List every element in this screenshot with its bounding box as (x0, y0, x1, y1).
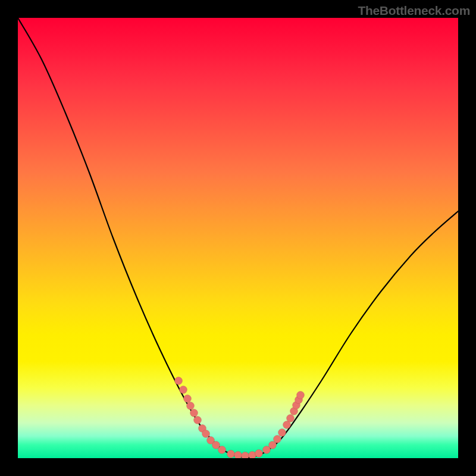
data-point (227, 450, 235, 458)
bottleneck-curve (18, 18, 458, 458)
data-point (187, 402, 195, 410)
data-point (184, 395, 192, 403)
scatter-left-cluster (175, 377, 226, 454)
plot-area (18, 18, 458, 458)
data-point (242, 452, 249, 459)
scatter-right-cluster (263, 392, 305, 454)
data-point (202, 430, 210, 438)
curve-svg (18, 18, 458, 458)
data-point (278, 429, 286, 437)
data-point (218, 446, 226, 454)
chart-container: TheBottleneck.com (0, 0, 476, 476)
data-point (297, 392, 305, 399)
data-point (287, 415, 295, 422)
data-point (194, 416, 202, 424)
watermark-text: TheBottleneck.com (358, 4, 470, 18)
scatter-bottom-cluster (227, 450, 263, 459)
data-point (180, 386, 187, 394)
data-point (274, 436, 281, 443)
data-point (190, 409, 198, 417)
data-point (255, 450, 263, 458)
data-point (234, 452, 242, 459)
data-point (175, 377, 183, 385)
